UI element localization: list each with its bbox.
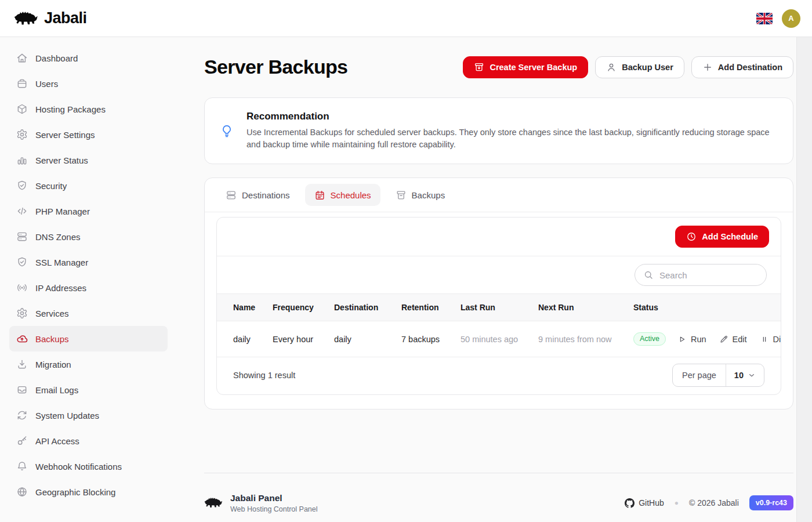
sidebar-item-label: Server Status — [35, 155, 88, 165]
schedules-panel: Add Schedule — [216, 217, 781, 395]
add-destination-button[interactable]: Add Destination — [691, 56, 793, 78]
status-badge: Active — [633, 332, 666, 346]
shield-check-icon — [16, 180, 28, 191]
sidebar-item-label: SSL Manager — [35, 258, 88, 267]
pencil-icon — [719, 335, 728, 344]
button-label: Add Schedule — [702, 232, 758, 241]
tab-label: Backups — [412, 190, 445, 200]
add-schedule-button[interactable]: Add Schedule — [675, 226, 769, 248]
tab-label: Destinations — [242, 190, 290, 200]
sidebar-item-services[interactable]: Services — [9, 300, 168, 326]
cell-name: daily — [217, 321, 273, 357]
drawer-icon — [16, 78, 28, 89]
top-bar: Jabali A — [0, 0, 812, 37]
cell-last-run: 50 minutes ago — [461, 321, 538, 357]
clock-icon — [686, 231, 697, 242]
cell-status: Active — [633, 321, 677, 357]
search-input[interactable] — [659, 270, 758, 280]
cell-next-run: 9 minutes from now — [538, 321, 633, 357]
page-footer: Jabali Panel Web Hosting Control Panel G… — [204, 473, 793, 522]
code-icon — [16, 205, 28, 217]
col-actions — [677, 294, 781, 321]
download-icon — [16, 358, 28, 370]
sidebar-item-users[interactable]: Users — [9, 71, 168, 96]
github-link[interactable]: GitHub — [625, 498, 664, 508]
per-page-label: Per page — [673, 364, 726, 386]
key-icon — [16, 435, 28, 447]
main-content: Server Backups Create Server Backup Back… — [176, 37, 812, 522]
inbox-icon — [16, 384, 28, 396]
boar-icon — [14, 9, 38, 28]
run-action[interactable]: Run — [677, 335, 706, 344]
disable-action[interactable]: Disable — [760, 335, 781, 344]
per-page-select[interactable]: 10 — [726, 364, 764, 386]
version-badge: v0.9-rc43 — [749, 495, 793, 510]
tab-destinations[interactable]: Destinations — [216, 184, 299, 206]
footer-tagline: Web Hosting Control Panel — [230, 505, 318, 513]
tab-schedules[interactable]: Schedules — [305, 184, 380, 206]
sidebar-item-migration[interactable]: Migration — [9, 351, 168, 377]
refresh-icon — [16, 409, 28, 421]
sidebar-item-hosting-packages[interactable]: Hosting Packages — [9, 96, 168, 122]
table-row: daily Every hour daily 7 backups 50 minu… — [217, 321, 781, 357]
sidebar: Dashboard Users Hosting Packages Server … — [0, 37, 176, 522]
sidebar-item-geographic-blocking[interactable]: Geographic Blocking — [9, 479, 168, 505]
sidebar-item-label: Migration — [35, 360, 71, 369]
action-label: Edit — [733, 335, 747, 344]
sidebar-item-label: DNS Zones — [35, 232, 81, 242]
server-stack-icon — [16, 231, 28, 242]
cell-destination: daily — [334, 321, 401, 357]
sidebar-item-backups[interactable]: Backups — [9, 326, 168, 351]
brand-logo[interactable]: Jabali — [14, 9, 87, 28]
sidebar-item-security[interactable]: Security — [9, 173, 168, 198]
sidebar-item-server-status[interactable]: Server Status — [9, 147, 168, 173]
sidebar-item-api-access[interactable]: API Access — [9, 428, 168, 454]
create-server-backup-button[interactable]: Create Server Backup — [463, 56, 588, 78]
sidebar-item-label: Geographic Blocking — [35, 487, 115, 497]
package-icon — [16, 103, 28, 115]
cell-frequency: Every hour — [273, 321, 334, 357]
sidebar-item-ip-addresses[interactable]: IP Addresses — [9, 275, 168, 300]
plus-icon — [702, 62, 713, 72]
recommendation-card: Recommendation Use Incremental Backups f… — [204, 97, 793, 164]
gear-icon — [16, 129, 28, 140]
gear-icon — [16, 307, 28, 319]
home-icon — [16, 52, 28, 64]
edit-action[interactable]: Edit — [719, 335, 747, 344]
backup-user-button[interactable]: Backup User — [595, 56, 684, 78]
sidebar-item-label: Backups — [35, 334, 69, 344]
sidebar-item-label: IP Addresses — [35, 283, 86, 293]
sidebar-item-label: Email Logs — [35, 385, 78, 395]
github-label: GitHub — [639, 498, 664, 507]
search-box — [635, 264, 767, 286]
col-name: Name — [217, 294, 273, 321]
per-page-value: 10 — [734, 371, 744, 380]
sidebar-item-label: Dashboard — [35, 53, 78, 63]
sidebar-item-label: System Updates — [35, 411, 99, 420]
backups-tabs-card: Destinations Schedules Backups Add — [204, 177, 793, 409]
sidebar-item-php-manager[interactable]: PHP Manager — [9, 198, 168, 224]
col-frequency: Frequency — [273, 294, 334, 321]
table-header-row: Name Frequency Destination Retention Las… — [217, 294, 781, 321]
tab-backups[interactable]: Backups — [386, 184, 455, 206]
sidebar-item-dashboard[interactable]: Dashboard — [9, 45, 168, 71]
sidebar-item-webhook-notifications[interactable]: Webhook Notifications — [9, 454, 168, 479]
cell-actions: Run Edit Disable — [677, 321, 781, 357]
sidebar-item-dns-zones[interactable]: DNS Zones — [9, 224, 168, 249]
col-status: Status — [633, 294, 677, 321]
shield-check-icon — [16, 256, 28, 268]
button-label: Backup User — [622, 63, 673, 72]
sidebar-item-server-settings[interactable]: Server Settings — [9, 122, 168, 147]
scrollbar-track[interactable] — [796, 37, 812, 522]
avatar[interactable]: A — [782, 9, 800, 28]
cell-retention: 7 backups — [401, 321, 461, 357]
play-icon — [677, 335, 687, 344]
sidebar-item-email-logs[interactable]: Email Logs — [9, 377, 168, 403]
language-flag-icon[interactable] — [756, 13, 773, 24]
sidebar-item-system-updates[interactable]: System Updates — [9, 403, 168, 428]
sidebar-item-ssl-manager[interactable]: SSL Manager — [9, 249, 168, 275]
footer-panel-name: Jabali Panel — [230, 493, 318, 503]
chevron-down-icon — [748, 371, 756, 379]
lightbulb-icon — [220, 124, 234, 138]
brand-name: Jabali — [44, 9, 87, 27]
